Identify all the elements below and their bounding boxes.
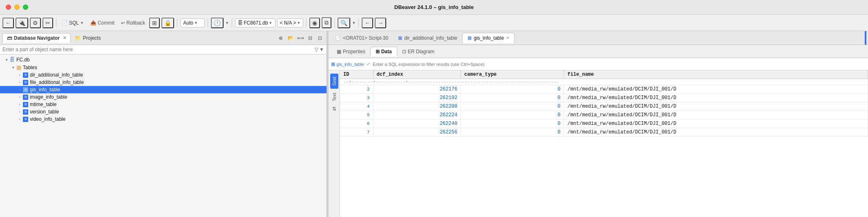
search-bar: ▽ ▼ bbox=[0, 45, 327, 54]
tree-item-mtime[interactable]: › ⊞ mtime_table bbox=[0, 101, 327, 108]
rollback-label: Rollback bbox=[126, 20, 145, 26]
editor-tabs: 📄 <ORAT01> Script-30 ▦ dir_additional_in… bbox=[329, 31, 868, 45]
tab-gis-close[interactable]: ✕ bbox=[506, 36, 509, 40]
nav-back-button[interactable]: ← bbox=[362, 18, 373, 28]
close-button[interactable] bbox=[6, 5, 11, 10]
tree-item-dir-additional[interactable]: › ⊞ dir_additional_info_table bbox=[0, 71, 327, 79]
table-row[interactable]: 2 262176 0 /mnt/media_rw/emulated/DCIM/D… bbox=[340, 85, 868, 94]
history-dropdown-arrow[interactable]: ▼ bbox=[225, 21, 229, 25]
tab-script30[interactable]: 📄 <ORAT01> Script-30 bbox=[330, 33, 393, 43]
col-header-camera[interactable]: camera_type bbox=[461, 70, 564, 79]
cell-dcf-4: 262224 bbox=[373, 111, 461, 120]
tab-data-label: Data bbox=[381, 49, 392, 54]
zoom-dropdown-arrow[interactable]: ▼ bbox=[352, 21, 356, 25]
filter-sql-input[interactable] bbox=[373, 62, 866, 67]
toolbar-separator-5 bbox=[306, 18, 306, 27]
col-header-dcf[interactable]: dcf_index bbox=[373, 70, 461, 79]
table-row[interactable]: 4 262208 0 /mnt/media_rw/emulated/DCIM/D… bbox=[340, 102, 868, 111]
properties-icon: ▦ bbox=[337, 49, 341, 54]
tree-item-image-info[interactable]: › ⊞ image_info_table bbox=[0, 93, 327, 101]
history-button[interactable]: 🕐 bbox=[211, 18, 224, 28]
version-label: version_table bbox=[30, 109, 59, 115]
root-arrow: ▾ bbox=[3, 58, 10, 62]
maximize-button[interactable] bbox=[23, 5, 28, 10]
tab-action-new[interactable]: ⊕ bbox=[277, 34, 285, 42]
script-icon: 📄 bbox=[335, 35, 341, 41]
tree-item-video-info[interactable]: › ⊞ video_info_table bbox=[0, 115, 327, 123]
dir-table-icon: ⊞ bbox=[23, 72, 28, 78]
table-row[interactable]: 7 262256 0 /mnt/media_rw/emulated/DCIM/D… bbox=[340, 128, 868, 137]
tab-action-maximize[interactable]: ⊡ bbox=[316, 34, 324, 42]
settings-icon-button[interactable]: ⚙ bbox=[30, 18, 41, 28]
sql-dropdown-button[interactable]: 📄 SQL ▼ bbox=[59, 19, 86, 27]
copy-icon-button[interactable]: ⧉ bbox=[322, 17, 331, 28]
auto-dropdown-arrow: ▼ bbox=[194, 21, 198, 25]
tab-action-split[interactable]: ⊟ bbox=[306, 34, 314, 42]
cell-camera-5: 0 bbox=[461, 120, 564, 128]
tree-item-version[interactable]: › ⊞ version_table bbox=[0, 108, 327, 115]
right-panel: 📄 <ORAT01> Script-30 ▦ dir_additional_in… bbox=[329, 31, 868, 217]
zoom-icon-button[interactable]: 🔍 bbox=[338, 18, 350, 28]
database-dropdown[interactable]: 🗄 FC8671.db ▼ bbox=[235, 18, 275, 27]
video-table-icon: ⊞ bbox=[23, 117, 28, 122]
commit-icon: 📤 bbox=[90, 20, 96, 26]
tree-item-gis-info[interactable]: › ⊞ gis_info_table bbox=[0, 86, 327, 93]
version-table-icon: ⊞ bbox=[23, 109, 28, 115]
tab-er-label: ER Diagram bbox=[408, 49, 434, 54]
tab-projects[interactable]: 📁 Projects bbox=[71, 34, 105, 43]
cell-filename-6: /mnt/media_rw/emulated/DCIM/DJI_001/D bbox=[564, 128, 868, 137]
tree-item-file-additional[interactable]: › ⊞ file_additional_info_table bbox=[0, 79, 327, 86]
table-row[interactable]: 3 262192 0 /mnt/media_rw/emulated/DCIM/D… bbox=[340, 94, 868, 102]
tab-gis-info[interactable]: ▦ gis_info_table ✕ bbox=[462, 33, 515, 43]
cell-id-1: 2 bbox=[340, 85, 373, 94]
rollback-button[interactable]: ↩ Rollback bbox=[119, 19, 148, 27]
format-icon-button[interactable]: ⊞ bbox=[149, 18, 160, 28]
side-tabs: Grid Text ⇅ bbox=[329, 70, 340, 217]
schema-label: < N/A > bbox=[280, 20, 296, 26]
nav-forward-button[interactable]: → bbox=[375, 18, 386, 28]
transaction-icon-button[interactable]: ◉ bbox=[309, 18, 320, 28]
table-row[interactable]: 6 262240 0 /mnt/media_rw/emulated/DCIM/D… bbox=[340, 120, 868, 128]
side-icon-extra[interactable]: ⇅ bbox=[331, 105, 338, 113]
col-header-id[interactable]: ID bbox=[340, 70, 373, 79]
lock-icon-button[interactable]: 🔒 bbox=[161, 18, 174, 28]
file-table-icon: ⊞ bbox=[23, 80, 28, 85]
tab-database-navigator[interactable]: 🗃 Database Navigator ✕ bbox=[2, 33, 71, 43]
auto-dropdown[interactable]: Auto ▼ bbox=[180, 18, 205, 27]
db-nav-close[interactable]: ✕ bbox=[63, 36, 66, 40]
search-input[interactable] bbox=[2, 47, 315, 52]
side-tab-text[interactable]: Text bbox=[330, 90, 338, 104]
tab-action-link[interactable]: ⟺ bbox=[296, 34, 304, 42]
col-header-filename[interactable]: file_name bbox=[564, 70, 868, 79]
commit-button[interactable]: 📤 Commit bbox=[88, 19, 117, 27]
tree-item-root[interactable]: ▾ 🗄 FC.db bbox=[0, 56, 327, 63]
tab-data[interactable]: ⊞ Data bbox=[370, 47, 397, 57]
dir-arrow: › bbox=[16, 73, 23, 77]
table-row[interactable]: 5 262224 0 /mnt/media_rw/emulated/DCIM/D… bbox=[340, 111, 868, 120]
minimize-button[interactable] bbox=[14, 5, 20, 10]
image-table-icon: ⊞ bbox=[23, 95, 28, 100]
filter-expand-button[interactable]: ⤢ bbox=[367, 61, 370, 67]
data-area: Grid Text ⇅ ID dcf_index camera_type fil… bbox=[329, 70, 868, 217]
sql-dropdown-arrow: ▼ bbox=[80, 21, 84, 25]
tab-action-folder[interactable]: 📂 bbox=[286, 34, 295, 42]
toolbar: ← 🔌 ⚙ ✂ 📄 SQL ▼ 📤 Commit ↩ Rollback ⊞ 🔒 … bbox=[0, 15, 868, 31]
schema-dropdown[interactable]: < N/A > ▼ bbox=[277, 18, 304, 27]
disconnect-icon-button[interactable]: ✂ bbox=[43, 18, 53, 28]
cell-camera-1: 0 bbox=[461, 85, 564, 94]
projects-icon: 📁 bbox=[75, 35, 81, 41]
version-arrow: › bbox=[16, 110, 23, 114]
tab-er-diagram[interactable]: ⊡ ER Diagram bbox=[397, 47, 439, 56]
plug-icon-button[interactable]: 🔌 bbox=[16, 18, 28, 28]
navigate-back-button[interactable]: ← bbox=[2, 18, 14, 28]
search-filter-button[interactable]: ▽ ▼ bbox=[315, 47, 324, 52]
side-tab-grid[interactable]: Grid bbox=[330, 74, 338, 89]
tree-item-tables-folder[interactable]: ▾ ▦ Tables bbox=[0, 63, 327, 71]
cell-filename-3: /mnt/media_rw/emulated/DCIM/DJI_001/D bbox=[564, 102, 868, 111]
cell-camera-6: 0 bbox=[461, 128, 564, 137]
tab-properties[interactable]: ▦ Properties bbox=[332, 47, 370, 56]
db-tree-icon: 🗄 bbox=[10, 57, 15, 63]
content-tabs: ▦ Properties ⊞ Data ⊡ ER Diagram bbox=[329, 45, 868, 58]
tab-dir-additional[interactable]: ▦ dir_additional_info_table bbox=[393, 33, 462, 43]
cell-filename-2: /mnt/media_rw/emulated/DCIM/DJI_001/D bbox=[564, 94, 868, 102]
